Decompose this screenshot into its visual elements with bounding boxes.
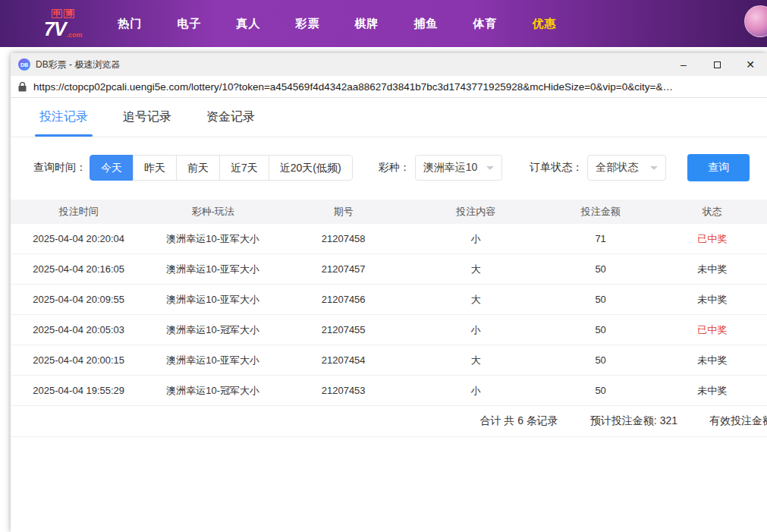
cell-issue: 21207457: [279, 263, 407, 275]
cell-bet-time: 2025-04-04 19:55:29: [11, 385, 146, 396]
time-filter-group: 今天 昨天 前天 近7天 近20天(低频): [90, 155, 353, 181]
status-badge: 已中奖: [697, 233, 727, 244]
cell-issue: 21207456: [279, 294, 407, 305]
logo-top-text: 申博: [44, 9, 83, 18]
table-header-row: 投注时间 彩种-玩法 期号 投注内容 投注金额 状态: [11, 200, 767, 224]
cell-bet-content: 小: [407, 232, 543, 246]
search-button[interactable]: 查询: [687, 154, 750, 181]
time-option-7days[interactable]: 近7天: [219, 155, 269, 181]
cell-game-play: 澳洲幸运10-亚军大小: [146, 293, 278, 307]
cell-bet-amount: 50: [544, 385, 658, 396]
table-row: 2025-04-04 20:00:15 澳洲幸运10-亚军大小 21207454…: [11, 345, 767, 376]
cell-bet-time: 2025-04-04 20:16:05: [11, 263, 146, 275]
table-row: 2025-04-04 19:55:29 澳洲幸运10-冠军大小 21207453…: [11, 376, 767, 406]
maximize-button[interactable]: [700, 53, 734, 76]
nav-item-live[interactable]: 真人: [219, 17, 278, 31]
table-row: 2025-04-04 20:20:04 澳洲幸运10-亚军大小 21207458…: [11, 224, 767, 254]
cell-issue: 21207458: [279, 233, 407, 244]
nav-item-hot[interactable]: 热门: [101, 17, 160, 31]
summary-expected-amount: 预计投注金额: 321: [590, 414, 677, 428]
summary-total-records: 合计 共 6 条记录: [479, 414, 558, 428]
cell-bet-time: 2025-04-04 20:09:55: [11, 294, 146, 305]
status-badge: 未中奖: [697, 385, 727, 396]
cell-game-play: 澳洲幸运10-亚军大小: [146, 263, 278, 276]
time-option-today[interactable]: 今天: [90, 155, 134, 181]
cell-game-play: 澳洲幸运10-亚军大小: [146, 354, 278, 367]
table-row: 2025-04-04 20:05:03 澳洲幸运10-冠军大小 21207455…: [11, 315, 767, 345]
status-badge: 未中奖: [697, 294, 727, 305]
cell-bet-time: 2025-04-04 20:20:04: [11, 233, 146, 244]
cell-bet-amount: 50: [544, 263, 658, 275]
chevron-down-icon: [650, 166, 658, 170]
cell-bet-content: 大: [407, 293, 543, 307]
header-bet-amount: 投注金额: [544, 205, 658, 219]
nav-item-fishing[interactable]: 捕鱼: [397, 17, 456, 31]
tab-chase-records[interactable]: 追号记录: [123, 98, 171, 137]
cell-bet-time: 2025-04-04 20:05:03: [11, 324, 146, 335]
bet-table: 投注时间 彩种-玩法 期号 投注内容 投注金额 状态 2025-04-04 20…: [11, 200, 767, 406]
browser-window: DB DB彩票 - 极速浏览器 – ✕ https://ctopcp02pcal…: [11, 53, 767, 532]
status-badge: 已中奖: [697, 324, 727, 335]
cell-issue: 21207454: [279, 354, 407, 366]
cell-bet-amount: 50: [544, 294, 658, 305]
time-option-daybefore[interactable]: 前天: [176, 155, 220, 181]
tab-bet-records[interactable]: 投注记录: [39, 98, 88, 137]
window-titlebar[interactable]: DB DB彩票 - 极速浏览器 – ✕: [11, 53, 767, 76]
cell-bet-content: 小: [407, 384, 543, 398]
status-badge: 未中奖: [697, 263, 727, 275]
chevron-down-icon: [486, 166, 494, 170]
cell-bet-content: 大: [407, 263, 543, 276]
maximize-icon: [714, 61, 721, 68]
status-badge: 未中奖: [697, 354, 727, 366]
nav-item-promo[interactable]: 优惠: [515, 17, 574, 31]
lock-icon[interactable]: [18, 82, 27, 92]
cell-bet-content: 小: [407, 323, 543, 337]
time-option-20days[interactable]: 近20天(低频): [269, 155, 353, 181]
status-filter-label: 订单状态：: [530, 161, 583, 175]
lottery-filter-label: 彩种：: [379, 161, 410, 175]
site-header: 申博 7V .com 热门 电子 真人 彩票 棋牌 捕鱼 体育 优惠: [0, 0, 767, 47]
lottery-select[interactable]: 澳洲幸运10: [415, 155, 503, 181]
cell-issue: 21207455: [279, 324, 407, 335]
summary-bar: 合计 共 6 条记录 预计投注金额: 321 有效投注金额: [11, 406, 767, 437]
window-title: DB彩票 - 极速浏览器: [36, 58, 120, 71]
cell-bet-time: 2025-04-04 20:00:15: [11, 354, 146, 366]
nav-item-sports[interactable]: 体育: [456, 17, 515, 31]
header-bet-content: 投注内容: [407, 205, 543, 219]
close-button[interactable]: ✕: [734, 53, 767, 76]
header-bet-time: 投注时间: [11, 205, 146, 219]
table-row: 2025-04-04 20:09:55 澳洲幸运10-亚军大小 21207456…: [11, 285, 767, 315]
nav-item-slots[interactable]: 电子: [160, 17, 219, 31]
record-tabs: 投注记录 追号记录 资金记录: [11, 98, 767, 137]
cell-bet-content: 大: [407, 354, 543, 367]
minimize-button[interactable]: –: [667, 53, 700, 76]
address-bar[interactable]: https://ctopcp02pcali.uengi5e.com/lotter…: [11, 76, 767, 98]
summary-valid-amount: 有效投注金额: [709, 414, 767, 428]
logo-main-text: 7V .com: [44, 20, 83, 39]
nav-item-cards[interactable]: 棋牌: [338, 17, 397, 31]
filter-bar: 查询时间： 今天 昨天 前天 近7天 近20天(低频) 彩种： 澳洲幸运10 订…: [33, 154, 767, 181]
main-nav: 热门 电子 真人 彩票 棋牌 捕鱼 体育 优惠: [101, 17, 574, 31]
url-text: https://ctopcp02pcali.uengi5e.com/lotter…: [33, 81, 673, 93]
cell-game-play: 澳洲幸运10-冠军大小: [146, 323, 278, 337]
cell-bet-amount: 50: [544, 324, 658, 335]
window-controls: – ✕: [667, 53, 767, 76]
order-status-value: 全部状态: [596, 161, 638, 175]
header-issue: 期号: [279, 205, 407, 219]
order-status-select[interactable]: 全部状态: [587, 155, 666, 181]
user-avatar[interactable]: [744, 5, 767, 37]
time-filter-label: 查询时间：: [33, 161, 86, 175]
app-icon: DB: [18, 58, 30, 71]
table-row: 2025-04-04 20:16:05 澳洲幸运10-亚军大小 21207457…: [11, 254, 767, 285]
cell-issue: 21207453: [279, 385, 407, 396]
tab-fund-records[interactable]: 资金记录: [206, 98, 255, 137]
header-game-play: 彩种-玩法: [146, 205, 278, 219]
time-option-yesterday[interactable]: 昨天: [133, 155, 177, 181]
nav-item-lottery[interactable]: 彩票: [278, 17, 338, 31]
cell-bet-amount: 71: [544, 233, 658, 244]
site-logo[interactable]: 申博 7V .com: [44, 9, 83, 39]
lottery-select-value: 澳洲幸运10: [423, 161, 478, 175]
header-status: 状态: [657, 205, 767, 219]
cell-game-play: 澳洲幸运10-冠军大小: [146, 384, 278, 398]
cell-bet-amount: 50: [544, 354, 658, 366]
